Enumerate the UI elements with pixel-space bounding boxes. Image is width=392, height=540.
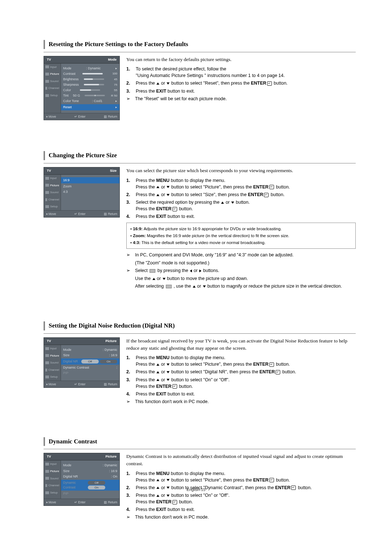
osd-subtitle: Mode [108,57,117,62]
step-item: 3.Press the or button to select "On" or … [126,377,356,390]
step-item: 2.Press the or button to select "Digital… [126,369,356,375]
osd-row: Mode: Dynamic [63,463,117,468]
osd-subtitle: Picture [105,454,117,459]
note-arrow-icon: ➢ [126,398,132,405]
note-arrow-icon [126,283,132,289]
osd-row: Digital NROffOn [61,358,119,365]
osd-side-item: Channel [44,85,61,92]
osd-subtitle: Picture [105,339,117,344]
enter-icon: ↵ [172,207,177,211]
osd-row: 4:3 [63,190,117,194]
enter-icon: ↵ [275,370,280,374]
step-item: 1.Press the MENU button to display the m… [126,470,356,483]
menu-category-icon [45,73,49,76]
section-intro: If the broadcast signal received by your… [126,337,356,352]
osd-row: Size: 16:9 [63,469,117,474]
down-icon [167,364,170,366]
note-arrow-icon: ➢ [126,252,132,259]
menu-category-icon [45,375,49,378]
down-icon [167,495,170,497]
osd-row: Color55 [63,88,117,93]
chevron-right-icon: ▸ [115,66,117,71]
osd-row: Mode: Dynamic▸ [63,66,117,71]
section-intro: Dynamic Contrast is to automatically det… [126,453,356,467]
osd-subtitle: Size [110,169,117,173]
osd-row: Dynamic Contrast: [63,365,117,370]
menu-category-icon [45,477,49,480]
up-icon [152,278,155,280]
osd-row: Zoom [63,184,117,189]
up-icon [156,364,159,366]
section-intro: You can select the picture size which be… [126,167,356,174]
up-icon [156,186,159,188]
section: Changing the Picture SizeTVSizeInputPict… [44,151,356,291]
step-item: 4.Press the EXIT button to exit. [126,213,356,220]
step-item: 1.To select the desired picture effect, … [126,66,356,79]
enter-icon: ↵ [172,500,177,504]
osd-row: 16:9 [61,177,119,183]
down-icon [167,379,170,381]
menu-category-icon [45,369,47,371]
note-line: ➢This function don't work in PC mode. [126,514,356,521]
osd-side-item: Channel [44,196,61,203]
osd-row: Color Tone: Cool1▸ [63,99,117,103]
chevron-right-icon: ▸ [115,99,117,103]
up-icon [156,82,159,85]
note-line: ➢The "Reset" will be set for each pictur… [126,96,356,102]
osd-row: Sharpness75 [63,82,117,87]
down-icon [167,186,170,188]
osd-title: TV [47,339,51,344]
osd-foot-return: ▥ Return [104,114,117,119]
down-icon [231,202,234,204]
step-item: 1.Press the MENU button to display the m… [126,354,356,368]
osd-side-item: Input [44,175,61,182]
osd-title: TV [47,57,51,62]
osd-foot-return: ▥ Return [104,500,117,504]
down-icon [203,285,206,288]
osd-side-item: Input [44,64,61,71]
down-icon [167,82,170,85]
selection-icon [150,269,155,273]
menu-category-icon [45,347,49,350]
osd-side-item: Setup [44,92,61,99]
section-intro: You can return to the factory defaults p… [126,56,356,63]
menu-category-icon [45,80,49,83]
osd-row: Reset▸ [61,104,119,110]
section: Dynamic ContrastTVPictureInputPictureSou… [44,437,356,522]
menu-category-icon [45,191,49,194]
osd-side-item: Setup [44,373,61,381]
section-title: Setting the Digital Noise Reduction (Dig… [49,321,356,330]
step-item: 2.Press the or button to select "Reset",… [126,80,356,86]
osd-side-item: Sound [44,359,61,366]
enter-icon: ↵ [269,185,274,189]
note-line: Use the or button to move the picture up… [126,275,356,282]
enter-icon: ↵ [264,193,269,197]
osd-row: Mode: Dynamic [63,348,117,352]
osd-foot-enter: ↵ Enter [74,212,86,216]
osd-foot-move: ♦ Move [46,212,56,216]
step-item: 4.Press the EXIT button to exit. [126,506,356,513]
osd-side-item: Sound [44,475,61,482]
osd-panel: TVModeInputPictureSoundChannelSetupMode:… [44,56,120,121]
osd-side-item: Picture [44,70,61,78]
note-arrow-icon [126,275,132,282]
section-title: Dynamic Contrast [49,437,356,446]
osd-row: Digital NR: On [63,474,117,479]
osd-foot-enter: ↵ Enter [74,500,86,504]
menu-category-icon [45,205,49,208]
osd-title: TV [47,169,51,173]
page-number: English-15 [0,487,392,493]
up-icon [156,194,159,196]
enter-icon: ↵ [172,384,177,389]
down-icon [163,278,166,280]
section: Setting the Digital Noise Reduction (Dig… [44,321,356,406]
step-item: 3.Press the EXIT button to exit. [126,88,356,94]
down-icon [167,194,170,196]
menu-category-icon [45,484,47,487]
section-title: Changing the Picture Size [49,151,356,160]
step-item: 3.Select the required option by pressing… [126,199,356,212]
up-icon [193,285,196,288]
osd-title: TV [47,454,51,459]
menu-category-icon [45,198,47,201]
left-icon [190,269,192,272]
